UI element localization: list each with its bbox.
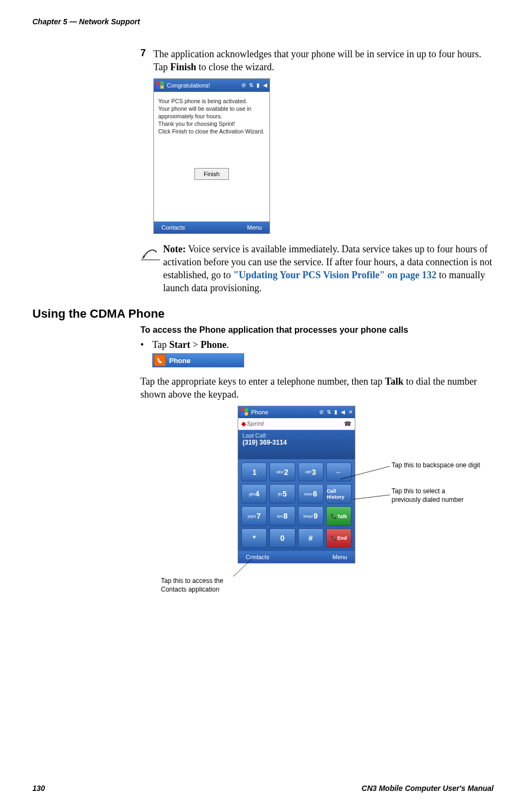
key-end[interactable]: 📞 End (326, 528, 352, 548)
carrier-bar: ◆Sprint ☎ (238, 418, 355, 430)
callout-backspace: Tap this to backspace one digit (392, 461, 480, 469)
phone-display: Last Call: (319) 369-3114 (238, 430, 355, 459)
note-block: Note: Voice service is available immedia… (140, 243, 494, 295)
callout-line-callhist (354, 495, 392, 500)
wm-softkeys: Contacts Menu (154, 222, 269, 233)
screenshot-phone-dialer: Phone ⊘ ⇅ ▮ ◀ ✕ ◆Sprint ☎ Last Call: (31… (238, 406, 355, 563)
key-talk[interactable]: 📞 Talk (326, 506, 352, 526)
callout-contacts: Tap this to access the Contacts applicat… (161, 576, 223, 594)
connectivity-icon: ⊘ (319, 409, 323, 415)
wm-title: Congratulations! (167, 82, 241, 89)
step-text-c: to close the wizard. (196, 62, 274, 72)
svg-rect-7 (245, 412, 248, 415)
key-1[interactable]: 1 (241, 462, 267, 482)
carrier-name: Sprint (247, 420, 264, 427)
key-7[interactable]: pqrs7 (241, 506, 267, 526)
key-9[interactable]: wxyz9 (298, 506, 323, 526)
start-flag-icon[interactable] (240, 408, 249, 417)
softkey-contacts[interactable]: Contacts (161, 224, 185, 231)
phone-status-icons: ⊘ ⇅ ▮ ◀ ✕ (319, 409, 353, 415)
key-call-history[interactable]: Call History (326, 484, 352, 504)
activation-line2: Your phone will be available to use in (158, 105, 265, 112)
key-8[interactable]: tuv8 (269, 506, 295, 526)
svg-line-10 (233, 558, 253, 576)
note-icon (140, 243, 163, 295)
activation-line3: approximately four hours. (158, 112, 265, 120)
note-label: Note: (163, 244, 186, 254)
start-word: Start (169, 339, 190, 350)
callout-contacts-b: Contacts application (161, 585, 223, 594)
note-link[interactable]: "Updating Your PCS Vision Profile" on pa… (233, 270, 436, 280)
callout-line-contacts (233, 558, 256, 580)
svg-rect-2 (157, 85, 160, 89)
phone-title: Phone (251, 409, 319, 415)
wm-status-icons: ⊘ ⇅ ▮ ◀ (241, 82, 267, 88)
svg-line-8 (340, 466, 390, 479)
signal-icon: ▮ (257, 82, 260, 88)
key-6[interactable]: mno6 (298, 484, 323, 504)
talk-word: Talk (385, 376, 403, 387)
heading-access-phone-app: To access the Phone application that pro… (140, 325, 494, 335)
sync-icon: ⇅ (327, 409, 331, 415)
voicemail-icon: ☎ (344, 420, 352, 427)
note-text: Note: Voice service is available immedia… (163, 243, 494, 295)
callout-contacts-a: Tap this to access the (161, 576, 223, 585)
svg-rect-1 (160, 82, 164, 85)
key-pound[interactable]: # (298, 528, 323, 548)
phone-titlebar: Phone ⊘ ⇅ ▮ ◀ ✕ (238, 406, 355, 418)
last-call-label: Last Call: (242, 432, 350, 439)
bullet-c: > (190, 339, 200, 350)
phone-icon: 📞 (331, 513, 337, 519)
key-0[interactable]: 0 (269, 528, 295, 548)
page-footer: 130 CN3 Mobile Computer User's Manual (32, 784, 494, 793)
finish-word: Finish (170, 62, 196, 72)
step-text: The application acknowledges that your p… (153, 48, 494, 74)
svg-rect-3 (160, 85, 164, 89)
svg-rect-0 (157, 82, 160, 85)
key-3[interactable]: def3 (298, 462, 323, 482)
bullet-text: Tap Start > Phone. (152, 338, 229, 351)
activation-line1: Your PCS phone is being activated. (158, 97, 265, 105)
key-5[interactable]: jkl5 (269, 484, 295, 504)
bullet-tap-start-phone: • Tap Start > Phone. (140, 338, 494, 351)
running-header: Chapter 5 — Network Support (32, 17, 494, 26)
svg-rect-4 (241, 408, 244, 412)
close-icon[interactable]: ✕ (348, 409, 353, 415)
key-star[interactable]: * (241, 528, 267, 548)
callout-line-backspace (340, 466, 392, 482)
activation-line4: Thank you for choosing Sprint! (158, 120, 265, 127)
bullet-dot: • (140, 338, 152, 351)
wm-titlebar: Congratulations! ⊘ ⇅ ▮ ◀ (154, 79, 269, 92)
sprint-logo: ◆Sprint (241, 420, 264, 427)
step-number: 7 (140, 48, 153, 74)
key-2[interactable]: abc2 (269, 462, 295, 482)
callout-callhist-a: Tap this to select a (392, 487, 463, 495)
key-4[interactable]: ghi4 (241, 484, 267, 504)
start-flag-icon[interactable] (156, 81, 165, 90)
page-number: 130 (32, 784, 45, 793)
callout-callhist-b: previously dialed number (392, 495, 463, 504)
svg-line-9 (354, 495, 390, 499)
screenshot-congratulations: Congratulations! ⊘ ⇅ ▮ ◀ Your PCS phone … (153, 78, 270, 234)
finish-button[interactable]: Finish (194, 168, 228, 180)
paragraph-dial: Tap the appropriate keys to enter a tele… (140, 375, 494, 401)
phone-icon: 📞 (331, 535, 337, 541)
softkey-menu[interactable]: Menu (247, 224, 262, 231)
manual-title: CN3 Mobile Computer User's Manual (362, 784, 494, 793)
step-7: 7 The application acknowledges that your… (140, 48, 494, 74)
signal-icon: ▮ (334, 409, 338, 415)
start-menu-phone-item[interactable]: Phone (152, 353, 244, 367)
speaker-icon: ◀ (263, 82, 267, 88)
phone-app-icon (154, 354, 166, 366)
phone-word: Phone (200, 339, 226, 350)
para-a: Tap the appropriate keys to enter a tele… (140, 376, 385, 387)
svg-rect-6 (241, 412, 244, 415)
connectivity-icon: ⊘ (241, 82, 246, 88)
phone-app-label: Phone (169, 357, 191, 365)
heading-using-cdma-phone: Using the CDMA Phone (32, 307, 494, 321)
svg-rect-5 (245, 408, 248, 412)
sprint-pin-icon: ◆ (241, 420, 246, 427)
sync-icon: ⇅ (249, 82, 253, 88)
softkey-menu[interactable]: Menu (332, 554, 347, 560)
bullet-e: . (226, 339, 229, 350)
